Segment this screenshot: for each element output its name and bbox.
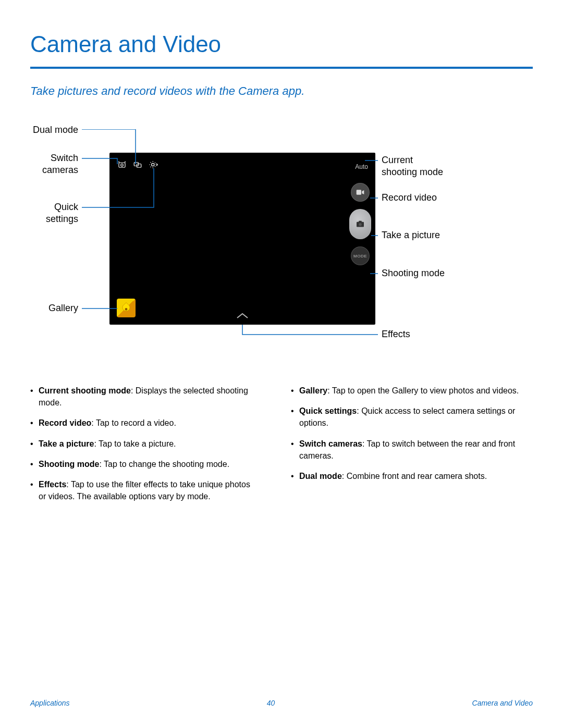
take-picture-button[interactable] <box>349 209 371 239</box>
switch-cameras-icon[interactable] <box>117 160 127 169</box>
bullet-item: Take a picture: Tap to take a picture. <box>30 438 260 450</box>
bullet-col-left: Current shooting mode: Displays the sele… <box>30 385 260 511</box>
bullet-term: Effects <box>39 480 66 489</box>
label-shooting-mode: Shooting mode <box>382 267 486 279</box>
record-video-button[interactable] <box>351 183 370 202</box>
bullet-item: Gallery: Tap to open the Gallery to view… <box>291 385 520 397</box>
label-effects: Effects <box>382 328 486 340</box>
shooting-mode-button[interactable]: MODE <box>351 246 370 265</box>
bullet-term: Switch cameras <box>299 439 362 448</box>
bullet-desc: : Tap to record a video. <box>91 418 176 427</box>
title-rule <box>30 67 533 69</box>
bullet-columns: Current shooting mode: Displays the sele… <box>30 385 533 511</box>
footer-right: Camera and Video <box>472 699 533 707</box>
dual-mode-icon[interactable] <box>132 160 143 169</box>
bullet-col-right: Gallery: Tap to open the Gallery to view… <box>291 385 520 511</box>
bullet-desc: : Tap to open the Gallery to view photos… <box>327 386 519 395</box>
label-gallery: Gallery <box>16 302 78 314</box>
svg-rect-0 <box>119 163 125 167</box>
bullet-desc: : Combine front and rear camera shots. <box>342 472 487 480</box>
bullet-item: Effects: Tap to use the filter effects t… <box>30 478 260 502</box>
svg-point-1 <box>121 164 124 167</box>
svg-point-7 <box>359 223 362 226</box>
bullet-term: Gallery <box>299 386 327 395</box>
page-subtitle: Take pictures and record videos with the… <box>30 84 533 98</box>
bullet-term: Dual mode <box>299 472 342 480</box>
camera-right-buttons: MODE <box>349 183 371 265</box>
bullet-item: Record video: Tap to record a video. <box>30 417 260 429</box>
camera-auto-mode-text: Auto <box>355 163 368 170</box>
svg-point-9 <box>125 308 128 311</box>
bullet-item: Switch cameras: Tap to switch between th… <box>291 438 520 462</box>
svg-rect-8 <box>359 221 362 223</box>
label-switch-cameras: Switch cameras <box>16 152 78 176</box>
svg-rect-5 <box>357 190 361 194</box>
label-dual-mode: Dual mode <box>16 124 78 136</box>
footer-left: Applications <box>30 699 70 707</box>
gallery-thumbnail[interactable] <box>117 299 136 317</box>
bullet-term: Record video <box>39 418 91 427</box>
bullet-term: Quick settings <box>299 406 357 415</box>
effects-caret-icon[interactable] <box>236 312 249 322</box>
bullet-desc: : Tap to take a picture. <box>94 439 176 448</box>
camera-screenshot: Auto MODE <box>109 153 375 325</box>
bullet-term: Current shooting mode <box>39 386 131 395</box>
bullet-term: Shooting mode <box>39 460 99 468</box>
label-current-mode: Current shooting mode <box>382 154 486 178</box>
footer-page: 40 <box>267 699 275 707</box>
page-title: Camera and Video <box>30 31 533 57</box>
bullet-desc: : Tap to change the shooting mode. <box>99 460 229 468</box>
bullet-desc: : Tap to use the filter effects to take … <box>39 480 250 501</box>
camera-diagram: Dual mode Switch cameras Quick settings … <box>31 129 532 348</box>
page-footer: Applications 40 Camera and Video <box>30 699 533 707</box>
camera-top-icons <box>117 160 158 169</box>
label-take-picture: Take a picture <box>382 229 486 241</box>
label-quick-settings: Quick settings <box>16 201 78 225</box>
page: Camera and Video Take pictures and recor… <box>0 0 563 728</box>
bullet-item: Dual mode: Combine front and rear camera… <box>291 470 520 482</box>
bullet-item: Shooting mode: Tap to change the shootin… <box>30 458 260 470</box>
bullet-item: Quick settings: Quick access to select c… <box>291 405 520 429</box>
quick-settings-icon[interactable] <box>148 160 158 169</box>
bullet-item: Current shooting mode: Displays the sele… <box>30 385 260 409</box>
svg-point-4 <box>152 163 154 166</box>
bullet-term: Take a picture <box>39 439 94 448</box>
label-record-video: Record video <box>382 192 486 204</box>
